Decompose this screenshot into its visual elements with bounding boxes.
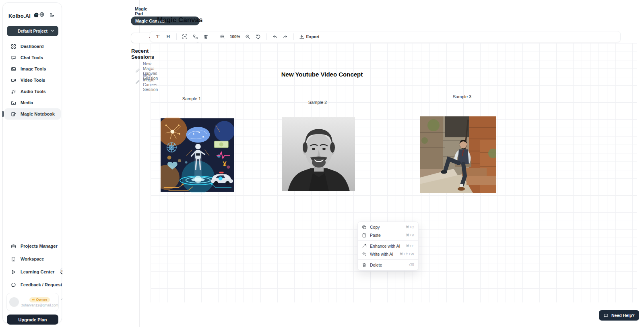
user-email: zoharvan12@gmail.com bbox=[21, 303, 58, 307]
active-indicator bbox=[2, 111, 4, 117]
canvas-toolbar: T H 100% Export bbox=[150, 31, 621, 42]
menu-divider bbox=[358, 259, 418, 260]
svg-text:¥: ¥ bbox=[223, 160, 227, 168]
canvas-label-sample-1[interactable]: Sample 1 bbox=[182, 96, 201, 101]
sparkles-icon bbox=[362, 252, 367, 257]
sidebar-item-magic-notebook[interactable]: Magic Notebook bbox=[4, 108, 61, 120]
zoom-out-icon bbox=[245, 34, 250, 39]
node-connector-icon bbox=[193, 34, 198, 39]
briefcase-icon bbox=[10, 243, 16, 249]
sidebar-item-learning-center[interactable]: Learning Center 66% bbox=[4, 265, 61, 278]
capture-select-button[interactable] bbox=[180, 33, 189, 41]
sidebar-item-feedback[interactable]: Feedback / Request bbox=[4, 278, 61, 291]
canvas-heading[interactable]: New Youtube Video Concept bbox=[281, 71, 363, 78]
sidebar-nav: Dashboard Chat Tools Image Tools Video T… bbox=[4, 41, 61, 120]
pencil-icon bbox=[135, 80, 140, 85]
sidebar-item-media[interactable]: Media bbox=[4, 97, 61, 108]
toolbar-divider bbox=[176, 33, 177, 40]
sidebar-item-label: Video Tools bbox=[21, 78, 45, 83]
menu-label: Paste bbox=[370, 233, 381, 238]
sidebar-item-label: Dashboard bbox=[21, 44, 43, 49]
canvas-image-sample-3[interactable] bbox=[420, 116, 496, 193]
capture-select-icon bbox=[182, 34, 188, 39]
session-panel: Magic Pad Magic Canvas + New Session Rec… bbox=[62, 0, 140, 327]
building-icon bbox=[10, 256, 16, 262]
app-name: Kolbo.AI bbox=[8, 13, 31, 19]
menu-shortcut: ⌘+C bbox=[406, 225, 414, 229]
image-icon bbox=[10, 66, 16, 72]
sidebar-item-dashboard[interactable]: Dashboard bbox=[4, 41, 61, 52]
undo-button[interactable] bbox=[270, 33, 279, 41]
menu-label: Copy bbox=[370, 225, 380, 230]
sidebar-item-label: Chat Tools bbox=[21, 55, 43, 60]
context-menu-item-enhance-with-ai[interactable]: Enhance with AI ⌘+E bbox=[358, 242, 418, 250]
delete-tool-button[interactable] bbox=[201, 33, 210, 41]
heading-tool-button[interactable]: H bbox=[164, 33, 173, 41]
menu-shortcut: ⌘+E bbox=[406, 244, 414, 248]
sidebar-item-label: Image Tools bbox=[21, 66, 46, 71]
undo-icon bbox=[272, 34, 278, 39]
logo[interactable]: Kolbo.AI bbox=[8, 12, 39, 20]
avatar bbox=[9, 297, 19, 307]
reset-view-button[interactable] bbox=[254, 33, 263, 41]
need-help-label: Need Help? bbox=[611, 313, 635, 318]
project-selector[interactable]: Default Project bbox=[7, 26, 58, 36]
toolbar-divider bbox=[214, 33, 214, 40]
need-help-button[interactable]: Need Help? bbox=[599, 310, 639, 321]
context-menu-item-copy[interactable]: Copy ⌘+C bbox=[358, 223, 418, 231]
user-account[interactable]: Owner zoharvan12@gmail.com bbox=[6, 293, 59, 311]
download-icon bbox=[299, 34, 304, 39]
video-camera-icon bbox=[10, 77, 16, 83]
brain-logo-icon bbox=[33, 12, 39, 20]
menu-item-magic-pad[interactable]: Magic Pad bbox=[135, 6, 147, 16]
zoom-level: 100% bbox=[228, 35, 242, 39]
redo-icon bbox=[283, 34, 288, 39]
role-label: Owner bbox=[36, 298, 47, 302]
sidebar-secondary-nav: Projects Manager Workspace Learning Cent… bbox=[4, 240, 61, 291]
sidebar-item-projects-manager[interactable]: Projects Manager bbox=[4, 240, 61, 252]
sidebar-item-video-tools[interactable]: Video Tools bbox=[4, 75, 61, 86]
menu-shortcut: ⌘+V bbox=[406, 233, 414, 237]
sidebar-item-label: Projects Manager bbox=[21, 244, 58, 248]
chevron-down-icon bbox=[51, 29, 54, 33]
node-connector-button[interactable] bbox=[191, 33, 200, 41]
notebook-pen-icon bbox=[10, 111, 16, 117]
dark-mode-moon-icon[interactable] bbox=[50, 12, 55, 19]
canvas-image-sample-1[interactable]: ¥ bbox=[161, 118, 234, 192]
text-tool-glyph: T bbox=[156, 33, 159, 40]
upgrade-plan-button[interactable]: Upgrade Plan bbox=[7, 315, 58, 325]
sidebar-item-label: Magic Notebook bbox=[21, 112, 55, 116]
upgrade-plan-label: Upgrade Plan bbox=[19, 317, 47, 322]
export-button[interactable]: Export bbox=[297, 34, 321, 39]
sidebar-item-label: Media bbox=[21, 100, 33, 105]
context-menu-item-paste[interactable]: Paste ⌘+V bbox=[358, 231, 418, 239]
sidebar-item-workspace[interactable]: Workspace bbox=[4, 252, 61, 265]
sidebar-item-label: Learning Center bbox=[21, 269, 54, 274]
canvas-image-sample-2[interactable] bbox=[282, 117, 355, 191]
feedback-bubble-icon bbox=[10, 282, 16, 288]
text-tool-button[interactable]: T bbox=[153, 33, 162, 41]
toolbar-divider bbox=[293, 33, 294, 40]
canvas-label-sample-3[interactable]: Sample 3 bbox=[453, 94, 471, 99]
context-menu-item-write-with-ai[interactable]: Write with AI ⌘+⇧+W bbox=[358, 250, 418, 258]
zoom-out-button[interactable] bbox=[244, 33, 252, 41]
sidebar-item-audio-tools[interactable]: Audio Tools bbox=[4, 86, 61, 97]
toolbar-divider bbox=[266, 33, 267, 40]
menu-divider bbox=[358, 240, 418, 241]
sidebar-item-chat-tools[interactable]: Chat Tools bbox=[4, 52, 61, 63]
wand-icon bbox=[362, 244, 367, 248]
redo-button[interactable] bbox=[281, 33, 290, 41]
chat-bubble-icon bbox=[603, 313, 609, 318]
trash-icon bbox=[203, 34, 208, 39]
sidebar-item-label: Feedback / Request bbox=[21, 282, 62, 287]
crown-icon bbox=[31, 298, 35, 301]
rotate-reset-icon bbox=[256, 34, 261, 39]
language-globe-icon[interactable] bbox=[39, 12, 45, 19]
context-menu-item-delete[interactable]: Delete ⌫ bbox=[358, 261, 418, 269]
sidebar-item-image-tools[interactable]: Image Tools bbox=[4, 63, 61, 75]
sidebar: Kolbo.AI Default Project Dashboard Chat … bbox=[2, 2, 62, 323]
canvas-label-sample-2[interactable]: Sample 2 bbox=[308, 100, 327, 105]
zoom-in-button[interactable] bbox=[218, 33, 227, 41]
sidebar-item-label: Workspace bbox=[21, 257, 44, 261]
menu-shortcut: ⌫ bbox=[409, 263, 414, 267]
